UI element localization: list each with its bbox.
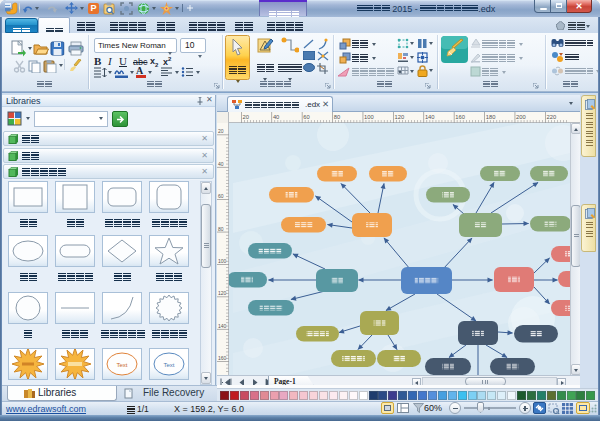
svg-text:180: 180 (486, 114, 496, 120)
svg-text:60: 60 (218, 193, 224, 199)
svg-text:Text: Text (116, 362, 127, 368)
svg-text:160: 160 (455, 114, 465, 120)
svg-text:140: 140 (218, 323, 227, 329)
svg-text:40: 40 (218, 161, 224, 167)
svg-text:200: 200 (516, 114, 526, 120)
svg-text:140: 140 (425, 114, 435, 120)
svg-text:40: 40 (273, 114, 279, 120)
svg-text:160: 160 (218, 355, 227, 361)
svg-text:100: 100 (364, 114, 374, 120)
svg-text:80: 80 (334, 114, 340, 120)
svg-text:60: 60 (303, 114, 309, 120)
svg-text:120: 120 (395, 114, 405, 120)
svg-text:100: 100 (218, 258, 227, 264)
svg-text:80: 80 (218, 226, 224, 232)
svg-text:120: 120 (218, 290, 227, 296)
svg-text:20: 20 (243, 114, 249, 120)
svg-text:220: 220 (547, 114, 557, 120)
svg-text:20: 20 (218, 128, 224, 134)
svg-text:Text: Text (163, 362, 174, 368)
